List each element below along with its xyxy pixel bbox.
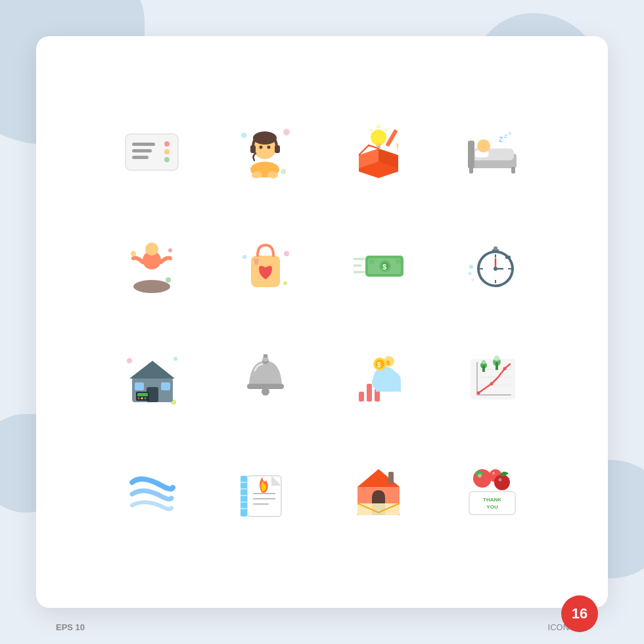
icon-box (229, 116, 302, 188)
icon-cell-house-envelope (329, 442, 429, 543)
svg-rect-31 (469, 167, 473, 173)
icon-box (229, 456, 302, 528)
svg-text:$: $ (382, 263, 386, 271)
svg-rect-78 (135, 382, 144, 390)
svg-rect-21 (377, 146, 380, 148)
svg-rect-122 (241, 476, 247, 517)
icon-cell-stopwatch (442, 216, 543, 316)
bottom-bar: EPS 10 ICON SET (36, 622, 608, 632)
svg-point-137 (499, 478, 502, 482)
svg-point-9 (281, 169, 286, 174)
svg-point-136 (492, 472, 495, 474)
main-card: Z Z Z (36, 36, 608, 608)
icon-box (116, 342, 188, 415)
icon-cell-shopping-bag (216, 216, 316, 316)
svg-rect-56 (396, 260, 401, 264)
icon-cell-growth-chart (442, 329, 543, 429)
svg-rect-13 (250, 145, 256, 153)
svg-rect-115 (495, 362, 498, 370)
icon-box: Z Z Z (456, 116, 528, 188)
svg-text:YOU: YOU (487, 504, 499, 510)
svg-text:$: $ (386, 359, 390, 366)
svg-point-110 (503, 367, 507, 371)
icon-cell-store-house (102, 329, 202, 429)
icon-cell-bed-sleep: Z Z Z (442, 102, 543, 202)
svg-point-39 (166, 277, 171, 283)
svg-point-37 (131, 251, 136, 256)
svg-rect-112 (482, 365, 485, 372)
svg-point-44 (284, 251, 289, 256)
svg-point-108 (477, 392, 480, 395)
svg-rect-130 (357, 503, 400, 515)
svg-point-109 (490, 382, 494, 386)
svg-rect-30 (468, 141, 474, 168)
svg-point-84 (144, 397, 146, 399)
icon-cell-flying-money: $ (329, 216, 429, 316)
icon-cell-person-podium (102, 216, 202, 316)
svg-text:Z: Z (504, 133, 507, 139)
svg-marker-76 (129, 361, 175, 379)
icon-box (116, 116, 188, 188)
svg-point-57 (469, 265, 473, 269)
svg-text:$: $ (377, 361, 381, 369)
svg-rect-1 (132, 143, 155, 146)
svg-point-8 (283, 129, 290, 135)
svg-point-33 (477, 139, 490, 152)
icon-cell-thank-you: THANK YOU (442, 442, 543, 543)
svg-rect-63 (494, 246, 497, 250)
svg-rect-64 (505, 256, 511, 259)
svg-rect-131 (388, 472, 394, 484)
svg-point-71 (494, 267, 497, 271)
svg-point-4 (164, 141, 170, 147)
svg-rect-96 (376, 382, 401, 392)
icon-box (456, 342, 528, 415)
svg-text:Z: Z (509, 131, 511, 135)
icon-box (116, 456, 188, 528)
icon-box (116, 229, 188, 302)
svg-point-87 (262, 388, 269, 396)
svg-text:Z: Z (499, 136, 503, 143)
svg-text:THANK: THANK (483, 497, 501, 503)
icon-box (342, 116, 415, 188)
svg-point-135 (478, 474, 482, 478)
svg-rect-2 (132, 149, 152, 152)
svg-point-83 (141, 397, 143, 399)
svg-rect-25 (386, 129, 398, 147)
svg-point-58 (468, 272, 471, 275)
svg-rect-91 (367, 384, 372, 402)
icon-box (342, 456, 415, 528)
icon-cell-idea-box (329, 102, 429, 202)
svg-line-23 (385, 129, 386, 131)
eps-label: EPS 10 (56, 622, 85, 632)
svg-rect-89 (264, 354, 267, 357)
svg-point-7 (241, 133, 246, 138)
svg-point-19 (371, 129, 386, 145)
svg-point-43 (242, 255, 246, 259)
icon-cell-grid-dots (102, 102, 202, 202)
svg-point-113 (482, 360, 486, 364)
svg-rect-90 (359, 392, 364, 402)
icon-box: $ (342, 229, 415, 302)
svg-rect-3 (132, 156, 149, 159)
svg-rect-14 (275, 145, 280, 153)
svg-rect-138 (469, 492, 515, 515)
svg-point-134 (494, 474, 510, 490)
svg-point-72 (127, 358, 132, 363)
icon-box (456, 229, 528, 302)
icon-cell-hotel-bell (216, 329, 316, 429)
icon-box (229, 229, 302, 302)
svg-point-18 (267, 146, 271, 149)
svg-line-24 (371, 129, 372, 131)
svg-rect-55 (369, 260, 375, 264)
svg-point-38 (168, 248, 172, 252)
icon-box: $ $ (342, 342, 415, 415)
icon-cell-fire-document (216, 442, 316, 543)
svg-point-6 (164, 157, 170, 162)
svg-point-42 (145, 242, 158, 256)
icon-box (229, 342, 302, 415)
svg-rect-20 (376, 143, 381, 146)
svg-rect-81 (137, 393, 148, 396)
svg-point-59 (471, 279, 474, 281)
svg-rect-32 (511, 167, 515, 173)
svg-marker-26 (393, 143, 401, 152)
